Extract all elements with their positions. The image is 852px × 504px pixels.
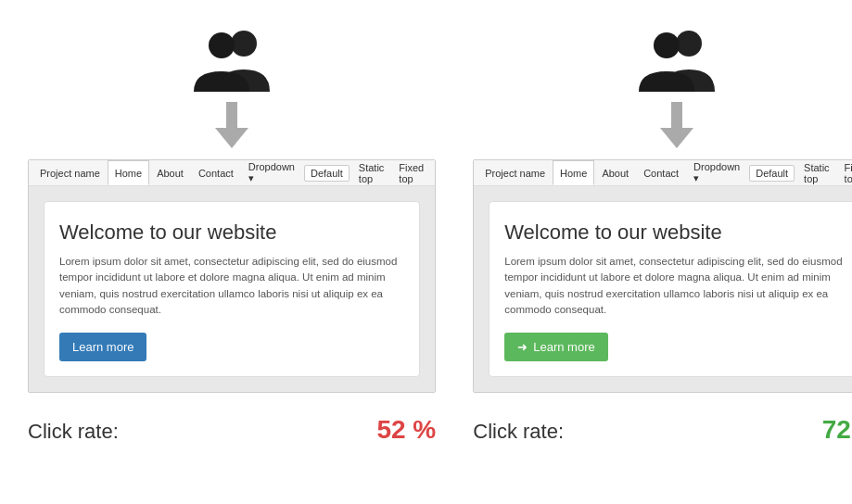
browser-content-b: Welcome to our website Lorem ipsum dolor… [474,186,852,392]
nav-home-b[interactable]: Home [553,160,594,185]
browser-nav-a: Project name Home About Contact Dropdown… [29,160,435,186]
learn-more-button-b[interactable]: ➜ Learn more [504,333,607,361]
svg-rect-6 [671,102,682,130]
svg-marker-7 [660,128,693,148]
nav-default-b[interactable]: Default [749,165,795,182]
browser-content-a: Welcome to our website Lorem ipsum dolor… [29,186,435,392]
browser-nav-b: Project name Home About Contact Dropdown… [474,160,852,186]
nav-contact-b[interactable]: Contact [636,160,686,185]
nav-brand-b: Project name [477,168,553,179]
content-body-a: Lorem ipsum dolor sit amet, consectetur … [59,254,404,318]
nav-fixed-b[interactable]: Fixed top [837,160,852,185]
click-rate-label-a: Click rate: [28,420,119,444]
svg-point-4 [676,31,702,57]
svg-point-1 [209,32,235,58]
people-icon [190,28,273,93]
nav-default-a[interactable]: Default [304,165,350,182]
arrow-down-icon [215,102,248,148]
learn-more-label-b: Learn more [533,340,594,354]
nav-about-b[interactable]: About [594,160,636,185]
nav-contact-a[interactable]: Contact [191,160,241,185]
content-title-a: Welcome to our website [59,220,404,245]
content-card-b: Welcome to our website Lorem ipsum dolor… [489,201,852,377]
nav-dropdown-a[interactable]: Dropdown ▾ [241,160,302,185]
learn-more-button-a[interactable]: Learn more [59,333,146,361]
nav-dropdown-b[interactable]: Dropdown ▾ [686,160,747,185]
nav-items-a: Home About Contact Dropdown ▾ Default St… [108,160,431,185]
click-rate-value-a: 52 % [376,415,436,445]
nav-static-a[interactable]: Static top [351,160,392,185]
content-body-b: Lorem ipsum dolor sit amet, consectetur … [504,254,849,318]
svg-marker-3 [215,128,248,148]
click-rate-value-b: 72 % [822,415,852,445]
nav-about-a[interactable]: About [149,160,191,185]
people-icon-b [635,28,718,93]
variant-a: Project name Home About Contact Dropdown… [9,19,454,454]
arrow-down-icon-b [660,102,693,148]
svg-rect-2 [226,102,237,130]
main-container: Project name Home About Contact Dropdown… [0,0,852,472]
browser-mockup-a: Project name Home About Contact Dropdown… [28,159,436,393]
click-rate-row-a: Click rate: 52 % [28,408,436,445]
nav-home-a[interactable]: Home [108,160,149,185]
browser-mockup-b: Project name Home About Contact Dropdown… [473,159,852,393]
nav-items-b: Home About Contact Dropdown ▾ Default St… [553,160,852,185]
click-rate-row-b: Click rate: 72 % [473,408,852,445]
nav-fixed-a[interactable]: Fixed top [391,160,431,185]
svg-point-0 [231,31,257,57]
content-title-b: Welcome to our website [504,220,849,245]
arrow-right-icon: ➜ [517,340,528,354]
click-rate-label-b: Click rate: [473,420,564,444]
svg-point-5 [654,32,680,58]
nav-static-b[interactable]: Static top [796,160,837,185]
variant-b: Project name Home About Contact Dropdown… [454,19,852,454]
nav-brand-a: Project name [32,168,108,179]
content-card-a: Welcome to our website Lorem ipsum dolor… [44,201,420,377]
